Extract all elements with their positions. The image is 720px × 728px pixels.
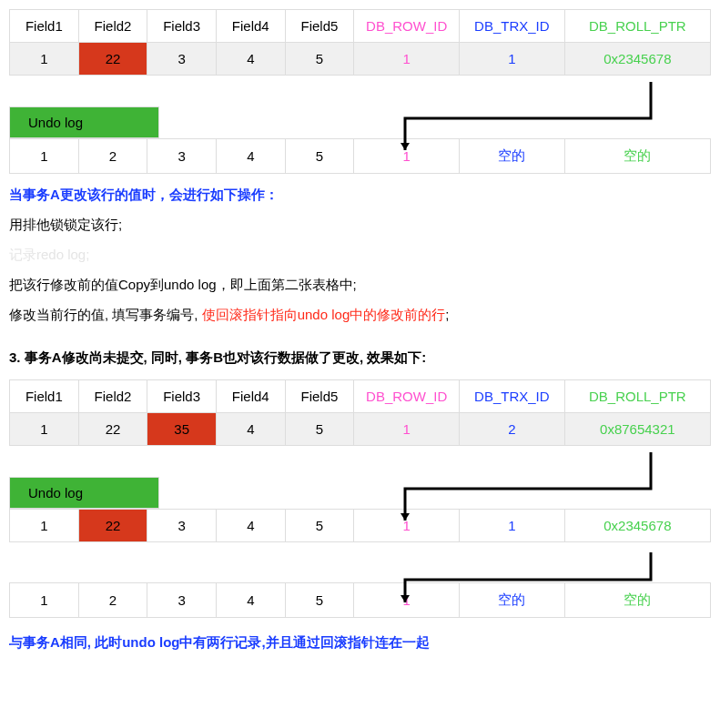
cell: 2 xyxy=(460,413,565,446)
step-4: 修改当前行的值, 填写事务编号, 使回滚指针指向undo log中的修改前的行; xyxy=(9,307,711,324)
table-row: 1 22 35 4 5 1 2 0x87654321 xyxy=(10,413,711,446)
step-4-b: 使回滚指针指向undo log中的修改前的行 xyxy=(202,307,446,322)
cell: 空的 xyxy=(564,139,710,174)
cell: 4 xyxy=(216,43,285,76)
col-trxid: DB_TRX_ID xyxy=(460,10,565,43)
block-1: Field1 Field2 Field3 Field4 Field5 DB_RO… xyxy=(9,9,711,174)
undo-table-2a: 1 22 3 4 5 1 1 0x2345678 xyxy=(9,509,711,542)
table-1: Field1 Field2 Field3 Field4 Field5 DB_RO… xyxy=(9,9,711,76)
cell: 1 xyxy=(354,43,460,76)
cell: 1 xyxy=(354,583,460,618)
undo-log-label: Undo log xyxy=(9,477,159,509)
cell: 0x87654321 xyxy=(564,413,710,446)
undo-table-1: 1 2 3 4 5 1 空的 空的 xyxy=(9,138,711,174)
cell: 1 xyxy=(354,413,460,446)
cell: 1 xyxy=(10,583,79,618)
table-row: Field1 Field2 Field3 Field4 Field5 DB_RO… xyxy=(10,10,711,43)
cell: 3 xyxy=(147,43,217,76)
cell: 5 xyxy=(285,510,354,542)
col-field1: Field1 xyxy=(10,10,79,43)
steps-heading: 当事务A更改该行的值时，会进行如下操作： xyxy=(9,187,711,204)
cell: 1 xyxy=(460,510,565,542)
cell: 2 xyxy=(78,583,147,618)
cell: 1 xyxy=(354,510,460,542)
cell: 2 xyxy=(78,139,147,174)
cell: 22 xyxy=(78,413,147,446)
cell: 1 xyxy=(10,510,79,542)
cell: 空的 xyxy=(460,139,565,174)
table-row: Field1 Field2 Field3 Field4 Field5 DB_RO… xyxy=(10,380,711,413)
cell: 5 xyxy=(285,583,354,618)
cell: 5 xyxy=(285,413,354,446)
table-row: 1 2 3 4 5 1 空的 空的 xyxy=(10,583,711,618)
table-row: 1 22 3 4 5 1 1 0x2345678 xyxy=(10,510,711,542)
col-field3: Field3 xyxy=(147,10,217,43)
cell-highlighted: 22 xyxy=(78,510,147,542)
step-3: 把该行修改前的值Copy到undo log，即上面第二张表格中; xyxy=(9,277,711,294)
table-row: 1 2 3 4 5 1 空的 空的 xyxy=(10,139,711,174)
cell: 0x2345678 xyxy=(564,43,710,76)
col-rowid: DB_ROW_ID xyxy=(354,10,460,43)
cell-highlighted: 35 xyxy=(147,413,217,446)
col-trxid: DB_TRX_ID xyxy=(460,380,565,413)
step-2: 记录redo log; xyxy=(9,247,711,264)
block-2: Field1 Field2 Field3 Field4 Field5 DB_RO… xyxy=(9,379,711,618)
step-1: 用排他锁锁定该行; xyxy=(9,217,711,234)
col-field2: Field2 xyxy=(78,380,147,413)
undo-log-label: Undo log xyxy=(9,106,159,138)
col-field4: Field4 xyxy=(216,10,285,43)
step-4-c: ; xyxy=(445,307,449,322)
table-2: Field1 Field2 Field3 Field4 Field5 DB_RO… xyxy=(9,379,711,446)
cell: 4 xyxy=(216,510,285,542)
cell: 3 xyxy=(147,139,217,174)
cell: 4 xyxy=(216,413,285,446)
cell: 3 xyxy=(147,583,217,618)
cell: 5 xyxy=(285,43,354,76)
col-field1: Field1 xyxy=(10,380,79,413)
cell: 1 xyxy=(10,413,79,446)
cell: 空的 xyxy=(460,583,565,618)
col-field4: Field4 xyxy=(216,380,285,413)
col-rollptr: DB_ROLL_PTR xyxy=(564,380,710,413)
footer-note: 与事务A相同, 此时undo log中有两行记录,并且通过回滚指针连在一起 xyxy=(9,634,711,652)
col-field5: Field5 xyxy=(285,10,354,43)
cell: 1 xyxy=(10,139,79,174)
cell: 4 xyxy=(216,139,285,174)
cell: 1 xyxy=(460,43,565,76)
table-row: 1 22 3 4 5 1 1 0x2345678 xyxy=(10,43,711,76)
cell: 5 xyxy=(285,139,354,174)
col-rowid: DB_ROW_ID xyxy=(354,380,460,413)
cell: 0x2345678 xyxy=(564,510,710,542)
cell: 1 xyxy=(10,43,79,76)
cell: 3 xyxy=(147,510,217,542)
section-3-heading: 3. 事务A修改尚未提交, 同时, 事务B也对该行数据做了更改, 效果如下: xyxy=(9,349,711,367)
col-rollptr: DB_ROLL_PTR xyxy=(564,10,710,43)
cell: 4 xyxy=(216,583,285,618)
col-field5: Field5 xyxy=(285,380,354,413)
col-field3: Field3 xyxy=(147,380,217,413)
undo-table-2b: 1 2 3 4 5 1 空的 空的 xyxy=(9,582,711,618)
step-4-a: 修改当前行的值, 填写事务编号, xyxy=(9,307,202,322)
cell: 1 xyxy=(354,139,460,174)
cell: 空的 xyxy=(564,583,710,618)
col-field2: Field2 xyxy=(78,10,147,43)
cell-highlighted: 22 xyxy=(78,43,147,76)
